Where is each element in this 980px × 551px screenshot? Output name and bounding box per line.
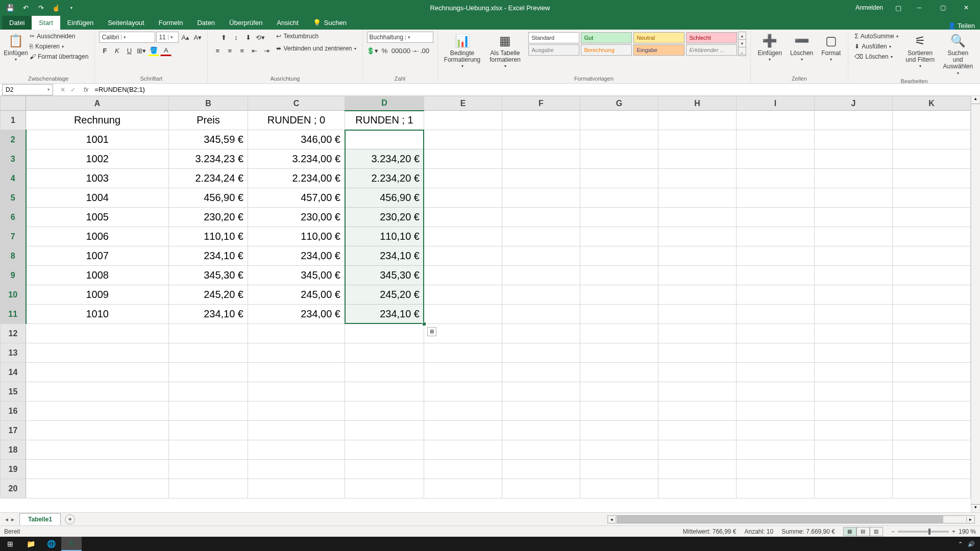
tab-insert[interactable]: Einfügen (60, 16, 101, 30)
cell-F8[interactable] (502, 246, 580, 266)
cell-I1[interactable] (737, 111, 815, 130)
col-header-J[interactable]: J (815, 96, 893, 111)
cancel-formula-icon[interactable]: ✕ (58, 86, 67, 93)
cell-H2[interactable] (658, 130, 737, 149)
cell-D7[interactable]: 110,10 € (345, 227, 424, 246)
task-browser-icon[interactable]: 🌐 (41, 537, 61, 551)
col-header-E[interactable]: E (424, 96, 502, 111)
cell-K7[interactable] (893, 227, 971, 246)
touch-mode-icon[interactable]: ☝ (50, 2, 62, 14)
cell-D20[interactable] (345, 479, 424, 498)
row-header-6[interactable]: 6 (1, 208, 26, 227)
tab-file[interactable]: Datei (2, 16, 32, 30)
row-header-15[interactable]: 15 (1, 382, 26, 402)
align-left-icon[interactable]: ≡ (212, 45, 223, 56)
cell-B12[interactable] (169, 324, 248, 343)
cell-G6[interactable] (580, 208, 658, 227)
cell-B4[interactable]: 2.234,24 € (169, 169, 248, 188)
border-button[interactable]: ⊞▾ (136, 45, 147, 56)
cell-E14[interactable] (424, 363, 502, 382)
cell-G11[interactable] (580, 305, 658, 324)
font-name-combo[interactable]: Calibri▾ (99, 32, 155, 43)
cell-K15[interactable] (893, 382, 971, 402)
cut-button[interactable]: ✂Ausschneiden (28, 32, 77, 41)
number-format-combo[interactable]: Buchhaltung▾ (367, 32, 433, 43)
cell-A16[interactable] (26, 402, 169, 421)
row-header-9[interactable]: 9 (1, 266, 26, 285)
col-header-K[interactable]: K (893, 96, 971, 111)
cell-C13[interactable] (248, 343, 345, 363)
cell-K2[interactable] (893, 130, 971, 149)
cell-F17[interactable] (502, 421, 580, 440)
find-select-button[interactable]: 🔍Suchen und Auswählen▾ (940, 32, 976, 77)
cell-C5[interactable]: 457,00 € (248, 188, 345, 208)
redo-icon[interactable]: ↷ (35, 2, 47, 14)
cell-E19[interactable] (424, 460, 502, 479)
tab-page-layout[interactable]: Seitenlayout (101, 16, 152, 30)
start-button[interactable]: ⊞ (0, 537, 20, 551)
cell-I3[interactable] (737, 149, 815, 169)
align-top-icon[interactable]: ⬆ (218, 32, 229, 43)
formula-input[interactable] (91, 86, 980, 93)
cell-E2[interactable] (424, 130, 502, 149)
cell-G2[interactable] (580, 130, 658, 149)
cell-I10[interactable] (737, 285, 815, 305)
copy-button[interactable]: ⎘Kopieren ▾ (28, 42, 66, 51)
zoom-in-icon[interactable]: + (952, 528, 955, 535)
bold-button[interactable]: F (99, 45, 110, 56)
cell-B9[interactable]: 345,30 € (169, 266, 248, 285)
cell-G10[interactable] (580, 285, 658, 305)
cell-E9[interactable] (424, 266, 502, 285)
cell-F16[interactable] (502, 402, 580, 421)
add-sheet-button[interactable]: + (65, 514, 75, 524)
cell-I19[interactable] (737, 460, 815, 479)
fx-icon[interactable]: fx (81, 86, 91, 93)
cell-F9[interactable] (502, 266, 580, 285)
cell-J17[interactable] (815, 421, 893, 440)
share-button[interactable]: 👤 Teilen (948, 22, 975, 30)
cell-D19[interactable] (345, 460, 424, 479)
cell-I8[interactable] (737, 246, 815, 266)
format-painter-button[interactable]: 🖌Format übertragen (28, 52, 90, 61)
cell-I18[interactable] (737, 440, 815, 460)
row-header-8[interactable]: 8 (1, 246, 26, 266)
cell-F7[interactable] (502, 227, 580, 246)
style-berechnung[interactable]: Berechnung (581, 44, 632, 56)
minimize-button[interactable]: ─ (908, 0, 931, 15)
cell-C9[interactable]: 345,00 € (248, 266, 345, 285)
tab-data[interactable]: Daten (190, 16, 222, 30)
tab-view[interactable]: Ansicht (270, 16, 306, 30)
cell-F14[interactable] (502, 363, 580, 382)
fill-button[interactable]: ⬇Ausfüllen ▾ (852, 42, 893, 51)
cell-H14[interactable] (658, 363, 737, 382)
row-header-19[interactable]: 19 (1, 460, 26, 479)
cell-A19[interactable] (26, 460, 169, 479)
tab-review[interactable]: Überprüfen (222, 16, 270, 30)
cell-E8[interactable] (424, 246, 502, 266)
cell-A6[interactable]: 1005 (26, 208, 169, 227)
cell-B5[interactable]: 456,90 € (169, 188, 248, 208)
cell-B2[interactable]: 345,59 € (169, 130, 248, 149)
cell-A18[interactable] (26, 440, 169, 460)
enter-formula-icon[interactable]: ✓ (68, 86, 78, 93)
cell-F13[interactable] (502, 343, 580, 363)
cell-F20[interactable] (502, 479, 580, 498)
cell-D10[interactable]: 245,20 € (345, 285, 424, 305)
cell-D17[interactable] (345, 421, 424, 440)
accounting-format-icon[interactable]: 💲▾ (367, 45, 378, 56)
cell-H6[interactable] (658, 208, 737, 227)
cell-J6[interactable] (815, 208, 893, 227)
cell-B20[interactable] (169, 479, 248, 498)
cell-F2[interactable] (502, 130, 580, 149)
italic-button[interactable]: K (111, 45, 122, 56)
zoom-slider[interactable] (898, 531, 949, 533)
cell-E11[interactable] (424, 305, 502, 324)
cell-B8[interactable]: 234,10 € (169, 246, 248, 266)
cell-K8[interactable] (893, 246, 971, 266)
cell-B13[interactable] (169, 343, 248, 363)
col-header-F[interactable]: F (502, 96, 580, 111)
font-size-combo[interactable]: 11▾ (156, 32, 179, 43)
align-middle-icon[interactable]: ↕ (230, 32, 241, 43)
cell-F6[interactable] (502, 208, 580, 227)
cell-G15[interactable] (580, 382, 658, 402)
